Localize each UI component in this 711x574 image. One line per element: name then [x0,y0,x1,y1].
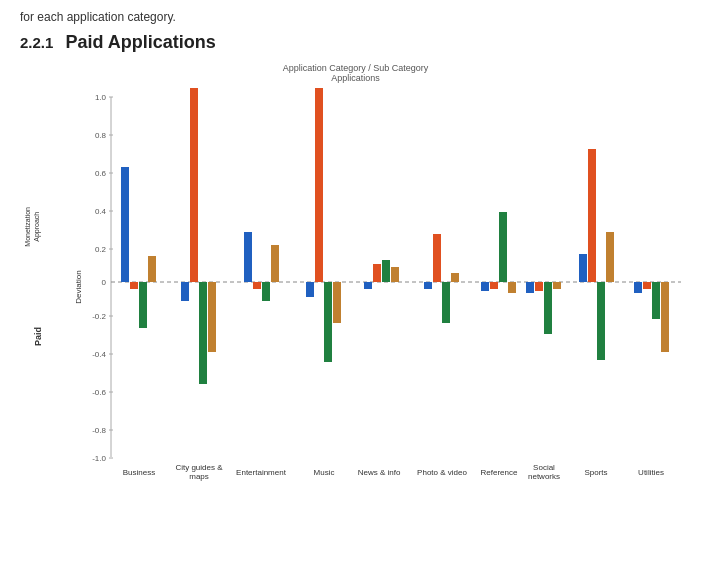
bar [544,282,552,334]
bar [597,282,605,360]
svg-text:-1.0: -1.0 [92,454,106,463]
svg-text:News & info: News & info [357,468,400,477]
bar [244,232,252,282]
x-axis-label: Paid [33,327,43,346]
bar [190,88,198,282]
bar [139,282,147,328]
bar [526,282,534,293]
bar [652,282,660,319]
bar [606,232,614,282]
svg-text:-0.6: -0.6 [92,388,106,397]
svg-text:-0.4: -0.4 [92,350,106,359]
chart-title-line1: Application Category / Sub Category [21,63,691,73]
bar [481,282,489,291]
chart-title-line2: Applications [21,73,691,83]
bar [643,282,651,289]
bar [442,282,450,323]
bar [208,282,216,352]
bar [253,282,261,289]
bar [306,282,314,297]
svg-text:City guides &: City guides & [175,463,223,472]
bar [424,282,432,289]
chart-svg: 1.0 0.8 0.6 0.4 0.2 [61,87,691,487]
monetization-label: MonetizationApproach [24,207,40,247]
svg-text:Utilities: Utilities [638,468,664,477]
bar [324,282,332,362]
svg-text:0.2: 0.2 [94,245,106,254]
svg-text:1.0: 1.0 [94,93,106,102]
svg-text:0.8: 0.8 [94,131,106,140]
svg-text:Music: Music [313,468,334,477]
bar [364,282,372,289]
section-number: 2.2.1 [20,34,53,51]
svg-text:Business: Business [122,468,154,477]
bar [451,273,459,282]
bar [499,212,507,282]
bar [373,264,381,282]
bar [148,256,156,282]
svg-text:0.4: 0.4 [94,207,106,216]
svg-text:maps: maps [189,472,209,481]
svg-text:networks: networks [527,472,559,481]
svg-text:0: 0 [101,278,106,287]
bar [508,282,516,293]
svg-text:Deviation: Deviation [74,270,83,303]
bar [634,282,642,293]
svg-text:Sports: Sports [584,468,607,477]
svg-text:0.6: 0.6 [94,169,106,178]
bar [121,167,129,282]
bar [553,282,561,289]
svg-text:-0.2: -0.2 [92,312,106,321]
bar [262,282,270,301]
bar [315,88,323,282]
bar [181,282,189,301]
bar [130,282,138,289]
bar [271,245,279,282]
bar [199,282,207,384]
section-title: Paid Applications [65,32,215,53]
bar [382,260,390,282]
svg-text:Social: Social [533,463,555,472]
chart-container: Application Category / Sub Category Appl… [21,63,691,523]
chart-title: Application Category / Sub Category Appl… [21,63,691,83]
bar [490,282,498,289]
bar [588,149,596,282]
bar [535,282,543,291]
svg-text:-0.8: -0.8 [92,426,106,435]
svg-text:Photo & video: Photo & video [417,468,467,477]
bar [433,234,441,282]
section-header: 2.2.1 Paid Applications [20,32,691,53]
bar [579,254,587,282]
bar [333,282,341,323]
svg-text:Reference: Reference [480,468,517,477]
page: for each application category. 2.2.1 Pai… [0,0,711,533]
svg-text:Entertainment: Entertainment [236,468,287,477]
intro-text: for each application category. [20,10,691,24]
bar [391,267,399,282]
bar [661,282,669,352]
